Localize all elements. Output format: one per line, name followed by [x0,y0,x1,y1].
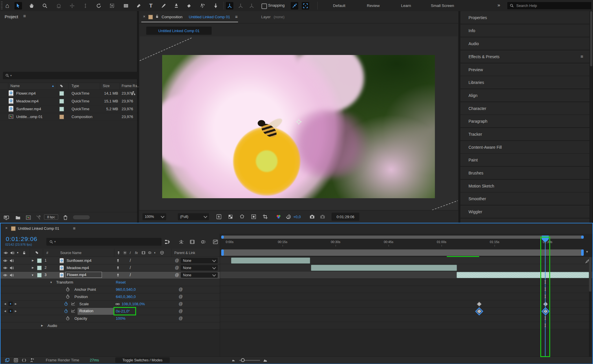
rotation-row[interactable]: ◀ ♦ ▶ Rotation 0x-21,0° @ [1,308,220,315]
lane-scale[interactable] [220,300,592,308]
project-row-comp[interactable]: Untitle...omp 01 Composition 23,976 [0,113,137,121]
timeline-menu-icon[interactable]: ≡ [73,226,76,231]
resolution-dropdown[interactable]: (Full) [178,213,209,220]
workspace-tab-default[interactable]: Default [333,3,345,8]
panel-menu-icon[interactable]: ≡ [581,54,583,59]
parent-dropdown[interactable]: None [181,265,218,271]
project-scrollbar[interactable] [73,215,90,219]
comp-tab-label[interactable]: Composition [162,15,182,19]
layer-name[interactable]: Sunflower.mp4 [67,258,91,263]
work-area-start-handle[interactable] [221,249,224,256]
panel-tab-properties[interactable]: Properties [460,11,590,24]
workspace-tab-learn[interactable]: Learn [401,3,411,8]
layer-bar-flower-selected[interactable] [457,272,589,278]
transform-group-label[interactable]: Transform [56,280,73,284]
expand-layer-switches-icon[interactable] [5,358,10,363]
eraser-tool-icon[interactable] [185,2,193,10]
speaker-icon[interactable] [9,266,14,270]
prev-keyframe-icon[interactable]: ◀ [4,302,6,305]
hand-tool-icon[interactable] [28,2,35,10]
draft-3d-icon[interactable] [178,239,184,245]
column-size[interactable]: Size [103,84,109,88]
snap-beyond-edges-icon[interactable] [302,2,309,10]
label-column-tag-icon[interactable] [35,251,39,255]
anchor-point-icon[interactable] [295,118,302,125]
composition-viewer[interactable] [140,36,458,210]
opacity-value[interactable]: 100% [116,316,125,321]
crop-region-icon[interactable] [262,214,268,220]
audio-group-label[interactable]: Audio [47,323,57,328]
panel-tab-tracker[interactable]: Tracker [460,128,590,140]
label-swatch[interactable] [59,99,64,104]
expand-arrow-icon[interactable]: ▶ [32,259,34,262]
quality-icon[interactable]: / [130,258,131,263]
source-name-column[interactable]: Source Name [60,251,81,255]
panel-tab-libraries[interactable]: Libraries [460,76,590,89]
comp-label-swatch[interactable] [11,226,16,231]
composition-name[interactable]: Untitle...omp 01 [16,115,43,119]
graph-toggle-icon[interactable] [71,309,76,313]
label-swatch[interactable] [59,115,64,119]
close-icon[interactable]: × [143,14,145,19]
pen-tool-icon[interactable] [135,2,142,10]
shy-column-pin-icon[interactable] [116,251,121,255]
opacity-label[interactable]: Opacity [74,316,87,321]
type-tool-icon[interactable]: T [147,2,155,10]
position-row[interactable]: Position 640,0,360,0 @ [1,293,220,300]
transparency-grid-icon[interactable] [228,214,233,220]
parent-pickwhip-icon[interactable]: @ [175,265,179,270]
position-label[interactable]: Position [74,295,88,299]
timeline-horizontal-scrollbar[interactable] [221,236,584,239]
timeline-vscrollbar-thumb[interactable] [589,257,591,292]
panel-tab-audio[interactable]: Audio [460,37,590,50]
pickwhip-icon[interactable]: @ [179,302,183,306]
layer-number-column[interactable]: # [46,251,48,255]
project-row-flower[interactable]: Flower.mp4 QuickTime 14,1 MB 23,976 [0,89,137,98]
adjustment-layer-column-icon[interactable]: ◐ [154,251,156,255]
lane-transform[interactable] [220,279,592,286]
preview-timecode[interactable]: 0:01:29:06 [332,213,359,221]
timeline-search-field[interactable]: ▼ [46,238,162,246]
local-axis-mode-icon[interactable] [226,2,233,10]
anchor-point-row[interactable]: Anchor Point 960,0,540,0 @ [1,286,220,293]
motion-blur-column-icon[interactable] [148,251,152,255]
panel-tab-paint[interactable]: Paint [460,154,590,166]
next-keyframe-icon[interactable]: ▶ [15,310,17,312]
frame-blend-column-icon[interactable] [141,251,146,255]
snap-along-edges-icon[interactable] [291,2,298,10]
unlock-icon[interactable] [155,14,159,19]
panel-tab-content-aware-fill[interactable]: Content-Aware Fill [460,141,590,153]
next-keyframe-icon[interactable]: ▶ [15,302,17,305]
expand-transfer-controls-icon[interactable] [13,358,19,363]
reset-link[interactable]: Reset [116,280,126,284]
layer-row-meadow[interactable]: ▶ 2 Meadow.mp4 / @ None [1,264,220,271]
brush-tool-icon[interactable] [160,2,167,10]
project-search-field[interactable]: ▼ [3,72,138,79]
label-column-tag-icon[interactable] [59,84,64,88]
project-panel-title[interactable]: Project [5,14,18,19]
add-keyframe-icon[interactable]: ♦ [8,302,13,306]
lane-anchor[interactable] [220,286,592,293]
panel-tab-preview[interactable]: Preview [460,63,590,76]
panel-tab-brushes[interactable]: Brushes [460,167,590,179]
puppet-pin-tool-icon[interactable] [212,2,219,10]
column-type[interactable]: Type [72,84,79,88]
scrollbar-left-cap[interactable] [221,236,224,239]
collapse-column-sun-icon[interactable] [123,251,127,255]
parent-dropdown[interactable]: None [181,258,218,263]
layer-name-edit-box[interactable]: Flower.mp4 [65,272,102,278]
solo-column-icon[interactable]: ● [17,251,19,254]
scale-label[interactable]: Scale [79,302,89,306]
layer-bar-meadow[interactable] [311,265,457,271]
pickwhip-icon[interactable]: @ [179,287,183,292]
speaker-icon[interactable] [9,258,14,263]
shy-pin-icon[interactable] [116,258,120,263]
comp-breadcrumb-button[interactable]: Untitled Linked Comp 01 [146,27,212,35]
exposure-icon[interactable] [285,214,291,220]
toggle-switches-modes-button[interactable]: Toggle Switches / Modes [115,357,170,363]
current-time-display[interactable]: 0:01:29:06 [6,236,37,242]
parent-link-column[interactable]: Parent & Link [174,251,195,255]
lane-audio[interactable] [220,322,592,329]
trash-icon[interactable] [63,215,68,220]
layer-name[interactable]: Flower.mp4 [67,272,86,277]
